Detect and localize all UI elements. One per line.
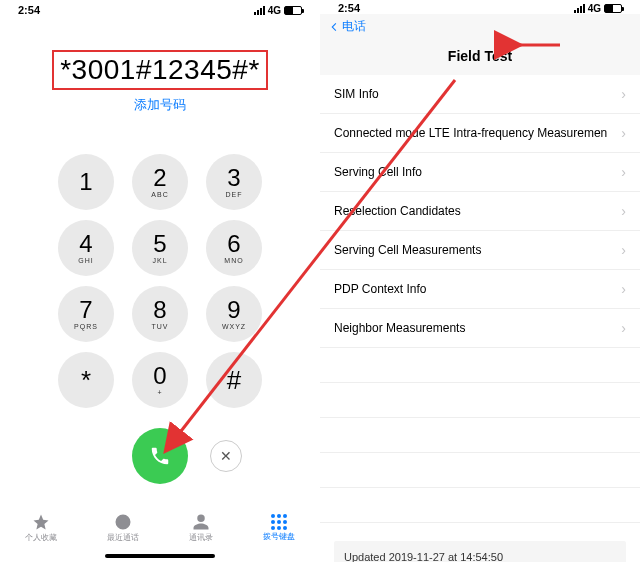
signal-bars-icon [574, 4, 585, 13]
empty-row [320, 348, 640, 383]
network-label: 4G [268, 5, 281, 16]
empty-row [320, 383, 640, 418]
dialed-number: *3001#12345#* [60, 54, 260, 86]
dialer-screen: 2:54 4G *3001#12345#* 添加号码 1 2ABC 3DEF 4… [0, 0, 320, 562]
status-time: 2:54 [18, 4, 40, 16]
status-bar: 2:54 4G [0, 0, 320, 18]
tab-favorites-label: 个人收藏 [25, 532, 57, 543]
status-bar: 2:54 4G [320, 0, 640, 14]
chevron-right-icon: › [621, 320, 626, 336]
contact-icon [192, 513, 210, 531]
key-1[interactable]: 1 [58, 154, 114, 210]
page-title: Field Test [448, 48, 512, 64]
page-header: Field Test [320, 39, 640, 75]
list-item[interactable]: Connected mode LTE Intra-frequency Measu… [320, 114, 640, 153]
star-icon [32, 513, 50, 531]
clock-icon [114, 513, 132, 531]
chevron-right-icon: › [621, 281, 626, 297]
tab-contacts[interactable]: 通讯录 [189, 513, 213, 543]
key-hash[interactable]: # [206, 352, 262, 408]
list-item[interactable]: Serving Cell Measurements› [320, 231, 640, 270]
list-item[interactable]: Neighbor Measurements› [320, 309, 640, 348]
keypad: 1 2ABC 3DEF 4GHI 5JKL 6MNO 7PQRS 8TUV 9W… [0, 154, 320, 484]
list-item[interactable]: Reselection Candidates› [320, 192, 640, 231]
key-4[interactable]: 4GHI [58, 220, 114, 276]
empty-row [320, 418, 640, 453]
key-5[interactable]: 5JKL [132, 220, 188, 276]
battery-icon [284, 6, 302, 15]
key-2[interactable]: 2ABC [132, 154, 188, 210]
tab-bar: 个人收藏 最近通话 通讯录 拨号键盘 [0, 500, 320, 554]
list-item[interactable]: PDP Context Info› [320, 270, 640, 309]
delete-button[interactable]: ✕ [210, 440, 242, 472]
updated-timestamp: Updated 2019-11-27 at 14:54:50 [334, 541, 626, 562]
empty-row [320, 453, 640, 488]
status-right: 4G [254, 5, 302, 16]
key-6[interactable]: 6MNO [206, 220, 262, 276]
status-time: 2:54 [338, 2, 360, 14]
key-star[interactable]: * [58, 352, 114, 408]
key-3[interactable]: 3DEF [206, 154, 262, 210]
chevron-right-icon: › [621, 203, 626, 219]
key-8[interactable]: 8TUV [132, 286, 188, 342]
key-7[interactable]: 7PQRS [58, 286, 114, 342]
dial-display: *3001#12345#* 添加号码 [0, 18, 320, 114]
tab-contacts-label: 通讯录 [189, 532, 213, 543]
empty-row [320, 488, 640, 523]
back-label: 电话 [342, 18, 366, 35]
close-icon: ✕ [220, 448, 232, 464]
add-number-link[interactable]: 添加号码 [20, 96, 300, 114]
tab-favorites[interactable]: 个人收藏 [25, 513, 57, 543]
chevron-right-icon: › [621, 164, 626, 180]
fieldtest-screen: 2:54 4G 电话 Field Test SIM Info› Connecte… [320, 0, 640, 562]
dialed-highlight-box: *3001#12345#* [52, 50, 268, 90]
call-button[interactable] [132, 428, 188, 484]
battery-icon [604, 4, 622, 13]
tab-recents-label: 最近通话 [107, 532, 139, 543]
key-0[interactable]: 0+ [132, 352, 188, 408]
back-button[interactable]: 电话 [320, 14, 640, 39]
tab-recents[interactable]: 最近通话 [107, 513, 139, 543]
network-label: 4G [588, 3, 601, 14]
chevron-right-icon: › [621, 86, 626, 102]
field-test-list: SIM Info› Connected mode LTE Intra-frequ… [320, 75, 640, 523]
tab-keypad-label: 拨号键盘 [263, 531, 295, 542]
home-indicator [105, 554, 215, 558]
list-item[interactable]: SIM Info› [320, 75, 640, 114]
tab-keypad[interactable]: 拨号键盘 [263, 514, 295, 542]
signal-bars-icon [254, 6, 265, 15]
chevron-right-icon: › [621, 242, 626, 258]
keypad-icon [271, 514, 287, 530]
list-item[interactable]: Serving Cell Info› [320, 153, 640, 192]
key-9[interactable]: 9WXYZ [206, 286, 262, 342]
chevron-left-icon [328, 21, 340, 33]
status-right: 4G [574, 3, 622, 14]
chevron-right-icon: › [621, 125, 626, 141]
phone-icon [149, 445, 171, 467]
